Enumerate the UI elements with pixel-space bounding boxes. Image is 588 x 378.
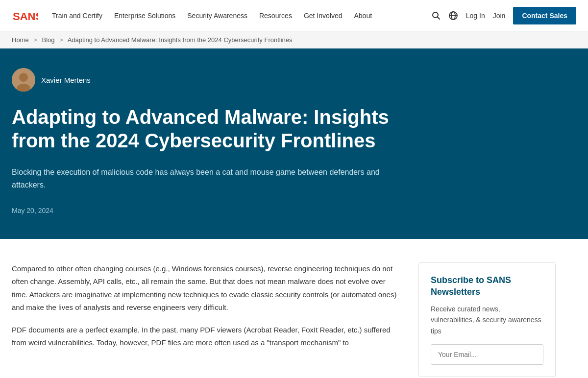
login-button[interactable]: Log In xyxy=(466,12,485,20)
sans-logo-icon: SANS xyxy=(12,6,38,25)
svg-line-3 xyxy=(437,17,440,19)
nav-enterprise-solutions[interactable]: Enterprise Solutions xyxy=(114,12,175,20)
svg-point-8 xyxy=(19,73,28,82)
author-row: Xavier Mertens xyxy=(12,68,576,92)
breadcrumb-sep-1: > xyxy=(33,36,37,44)
search-icon xyxy=(432,11,441,20)
article-subtitle: Blocking the execution of malicious code… xyxy=(12,166,384,191)
logo[interactable]: SANS xyxy=(12,6,38,25)
svg-text:SANS: SANS xyxy=(13,10,38,23)
breadcrumb-home[interactable]: Home xyxy=(12,36,29,44)
globe-button[interactable] xyxy=(448,11,458,21)
publish-date: May 20, 2024 xyxy=(12,207,576,214)
article-para-1: Compared to other often changing courses… xyxy=(12,262,399,314)
email-input[interactable] xyxy=(431,344,543,365)
sidebar: Subscribe to SANS Newsletters Receive cu… xyxy=(418,262,556,377)
search-button[interactable] xyxy=(432,11,441,20)
nav-bar: SANS Train and Certify Enterprise Soluti… xyxy=(0,0,588,31)
contact-sales-button[interactable]: Contact Sales xyxy=(513,7,576,24)
article-para-2: PDF documents are a perfect example. In … xyxy=(12,324,399,350)
author-name: Xavier Mertens xyxy=(41,76,91,84)
avatar-image xyxy=(12,68,35,92)
nav-get-involved[interactable]: Get Involved xyxy=(304,12,343,20)
nav-right: Log In Join Contact Sales xyxy=(432,7,576,24)
breadcrumb: Home > Blog > Adapting to Advanced Malwa… xyxy=(0,31,588,48)
breadcrumb-sep-2: > xyxy=(59,36,63,44)
subscribe-desc: Receive curated news, vulnerabilities, &… xyxy=(431,304,543,336)
avatar xyxy=(12,68,35,92)
nav-security-awareness[interactable]: Security Awareness xyxy=(187,12,247,20)
article-title: Adapting to Advanced Malware: Insights f… xyxy=(12,105,414,152)
nav-resources[interactable]: Resources xyxy=(259,12,292,20)
main-content: Compared to other often changing courses… xyxy=(0,239,588,378)
subscribe-box: Subscribe to SANS Newsletters Receive cu… xyxy=(418,262,556,377)
breadcrumb-current: Adapting to Advanced Malware: Insights f… xyxy=(68,36,293,44)
globe-icon xyxy=(448,11,458,21)
subscribe-title: Subscribe to SANS Newsletters xyxy=(431,275,543,298)
breadcrumb-blog[interactable]: Blog xyxy=(42,36,55,44)
nav-about[interactable]: About xyxy=(354,12,372,20)
article-body: Compared to other often changing courses… xyxy=(12,262,399,377)
nav-links: Train and Certify Enterprise Solutions S… xyxy=(52,12,432,20)
hero-section: Xavier Mertens Adapting to Advanced Malw… xyxy=(0,48,588,239)
nav-train-certify[interactable]: Train and Certify xyxy=(52,12,102,20)
join-button[interactable]: Join xyxy=(493,12,506,20)
